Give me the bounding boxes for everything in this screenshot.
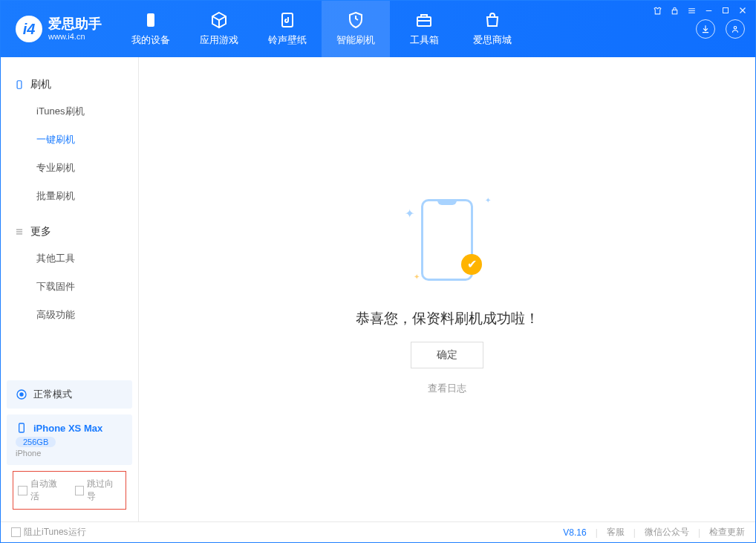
group-label: 刷机 bbox=[30, 78, 51, 91]
music-icon bbox=[278, 11, 296, 29]
svg-point-11 bbox=[734, 27, 737, 30]
checkbox-icon bbox=[75, 486, 85, 495]
tab-label: 我的设备 bbox=[131, 33, 170, 47]
mode-icon bbox=[16, 388, 27, 400]
sidebar-item-batch-flash[interactable]: 批量刷机 bbox=[1, 182, 138, 210]
sidebar-bottom: 正常模式 iPhone XS Max 256GB iPhone 自动激活 跳过向… bbox=[1, 374, 138, 521]
view-log-link[interactable]: 查看日志 bbox=[428, 382, 466, 395]
bag-icon bbox=[483, 11, 501, 29]
menu-icon[interactable] bbox=[687, 6, 697, 16]
check-badge-icon: ✔ bbox=[461, 254, 482, 275]
device-capacity: 256GB bbox=[16, 437, 56, 447]
user-icon bbox=[730, 24, 740, 34]
block-itunes-checkbox[interactable]: 阻止iTunes运行 bbox=[11, 526, 86, 539]
header-right bbox=[696, 19, 755, 39]
sidebar-item-download-firmware[interactable]: 下载固件 bbox=[1, 273, 138, 301]
sidebar-item-pro-flash[interactable]: 专业刷机 bbox=[1, 154, 138, 182]
block-itunes-label: 阻止iTunes运行 bbox=[24, 526, 86, 539]
sidebar-item-advanced[interactable]: 高级功能 bbox=[1, 301, 138, 329]
sidebar: 刷机 iTunes刷机 一键刷机 专业刷机 批量刷机 更多 其他工具 下载固件 … bbox=[1, 57, 139, 521]
tab-label: 工具箱 bbox=[410, 33, 439, 47]
success-message: 恭喜您，保资料刷机成功啦！ bbox=[356, 309, 539, 328]
tab-label: 爱思商城 bbox=[473, 33, 512, 47]
lock-icon[interactable] bbox=[670, 6, 680, 16]
shirt-icon[interactable] bbox=[653, 6, 662, 16]
tab-store[interactable]: 爱思商城 bbox=[458, 1, 527, 57]
sparkle-icon: ✦ bbox=[405, 207, 414, 221]
mode-card[interactable]: 正常模式 bbox=[7, 380, 132, 409]
group-label: 更多 bbox=[30, 225, 51, 238]
skip-guide-checkbox[interactable]: 跳过向导 bbox=[75, 478, 122, 503]
logo-icon: i4 bbox=[16, 16, 42, 42]
bottom-options-highlighted: 自动激活 跳过向导 bbox=[13, 471, 126, 510]
svg-rect-0 bbox=[672, 10, 677, 13]
logo[interactable]: i4 爱思助手 www.i4.cn bbox=[1, 16, 117, 42]
sparkle-icon: ✦ bbox=[485, 196, 491, 204]
sidebar-group-flash: 刷机 bbox=[1, 72, 138, 97]
main-content: ✦ ✦ ✦ ✔ 恭喜您，保资料刷机成功啦！ 确定 查看日志 bbox=[139, 57, 755, 521]
divider: | bbox=[698, 527, 700, 538]
svg-rect-5 bbox=[723, 8, 729, 13]
device-type: iPhone bbox=[16, 449, 123, 458]
phone-icon bbox=[142, 11, 160, 29]
tab-toolbox[interactable]: 工具箱 bbox=[390, 1, 458, 57]
tab-ringtones[interactable]: 铃声壁纸 bbox=[253, 1, 322, 57]
sparkle-icon: ✦ bbox=[414, 273, 420, 281]
svg-point-17 bbox=[20, 393, 23, 396]
maximize-button[interactable] bbox=[721, 6, 730, 15]
header: i4 爱思助手 www.i4.cn 我的设备 应用游戏 铃声壁纸 智能刷机 工具… bbox=[1, 1, 755, 57]
cube-icon bbox=[210, 11, 228, 29]
auto-activate-label: 自动激活 bbox=[30, 478, 65, 503]
svg-rect-12 bbox=[17, 81, 22, 89]
minimize-button[interactable] bbox=[704, 6, 714, 16]
svg-rect-8 bbox=[147, 13, 154, 27]
mode-label: 正常模式 bbox=[33, 388, 72, 401]
close-button[interactable] bbox=[737, 5, 748, 16]
checkbox-icon bbox=[18, 486, 27, 495]
device-icon bbox=[14, 79, 25, 90]
app-name: 爱思助手 bbox=[48, 17, 102, 32]
sidebar-group-more: 更多 bbox=[1, 219, 138, 244]
checkbox-icon bbox=[11, 527, 21, 537]
divider: | bbox=[596, 527, 598, 538]
user-button[interactable] bbox=[726, 19, 745, 39]
success-illustration: ✦ ✦ ✦ ✔ bbox=[399, 184, 495, 296]
divider: | bbox=[633, 527, 636, 538]
device-name: iPhone XS Max bbox=[33, 423, 102, 434]
tab-apps[interactable]: 应用游戏 bbox=[185, 1, 253, 57]
download-icon bbox=[700, 24, 711, 34]
download-button[interactable] bbox=[696, 19, 715, 39]
list-icon bbox=[14, 227, 25, 237]
sidebar-item-itunes-flash[interactable]: iTunes刷机 bbox=[1, 97, 138, 126]
ok-button[interactable]: 确定 bbox=[411, 342, 483, 368]
version-label: V8.16 bbox=[563, 527, 586, 538]
support-link[interactable]: 客服 bbox=[607, 526, 625, 539]
tab-my-device[interactable]: 我的设备 bbox=[117, 1, 185, 57]
tab-label: 应用游戏 bbox=[200, 33, 238, 47]
app-site: www.i4.cn bbox=[48, 32, 102, 41]
footer: 阻止iTunes运行 V8.16 | 客服 | 微信公众号 | 检查更新 bbox=[1, 521, 755, 542]
device-card[interactable]: iPhone XS Max 256GB iPhone bbox=[7, 414, 132, 465]
body: 刷机 iTunes刷机 一键刷机 专业刷机 批量刷机 更多 其他工具 下载固件 … bbox=[1, 57, 755, 521]
window-controls bbox=[653, 5, 748, 16]
sidebar-item-other-tools[interactable]: 其他工具 bbox=[1, 244, 138, 273]
tab-label: 铃声壁纸 bbox=[268, 33, 307, 47]
phone-small-icon bbox=[16, 422, 27, 434]
main-tabs: 我的设备 应用游戏 铃声壁纸 智能刷机 工具箱 爱思商城 bbox=[117, 1, 527, 57]
tab-flash[interactable]: 智能刷机 bbox=[322, 1, 390, 57]
sidebar-item-oneclick-flash[interactable]: 一键刷机 bbox=[1, 126, 138, 154]
check-update-link[interactable]: 检查更新 bbox=[709, 526, 745, 539]
auto-activate-checkbox[interactable]: 自动激活 bbox=[18, 478, 65, 503]
tab-label: 智能刷机 bbox=[336, 33, 375, 47]
skip-guide-label: 跳过向导 bbox=[87, 478, 121, 503]
briefcase-icon bbox=[415, 11, 433, 29]
wechat-link[interactable]: 微信公众号 bbox=[645, 526, 689, 539]
shield-icon bbox=[347, 11, 365, 29]
svg-rect-18 bbox=[19, 423, 25, 432]
